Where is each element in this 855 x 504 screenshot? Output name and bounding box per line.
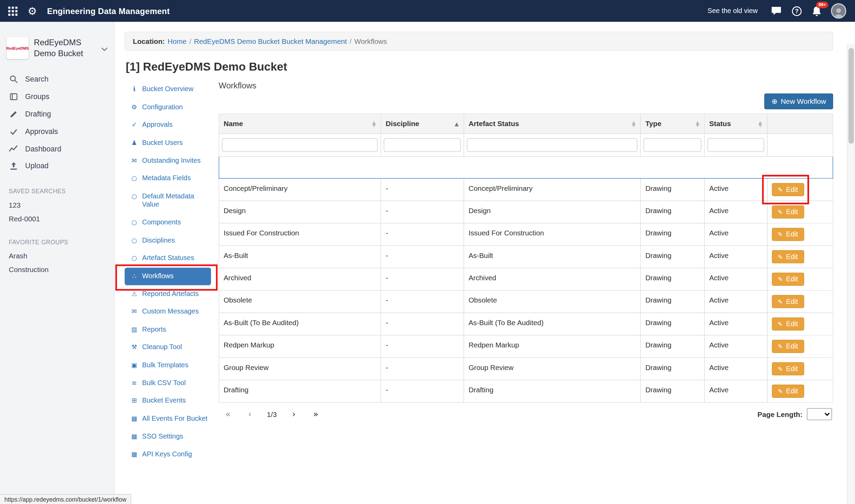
edit-button[interactable]: ✎Edit: [772, 183, 804, 196]
saved-search-red-0001[interactable]: Red-0001: [0, 212, 114, 225]
notifications-bell-icon[interactable]: 99+: [811, 5, 823, 17]
sidebar-item-upload[interactable]: Upload: [0, 157, 114, 174]
edit-button[interactable]: ✎Edit: [772, 317, 804, 330]
edit-button[interactable]: ✎Edit: [772, 206, 804, 219]
sidebar-item-label: Drafting: [25, 110, 51, 118]
help-icon[interactable]: ?: [791, 5, 803, 17]
sidebar-item-approvals[interactable]: Approvals: [0, 123, 114, 140]
edit-label: Edit: [786, 186, 798, 193]
filter-input-artefact-status[interactable]: [467, 138, 638, 152]
column-header-type[interactable]: Type▲▼: [641, 114, 705, 133]
user-avatar[interactable]: [831, 3, 846, 19]
cell-actions: ✎Edit: [767, 179, 833, 201]
bucket-nav-item-components[interactable]: ○Components: [125, 214, 211, 231]
bucket-nav-item-configuration[interactable]: ⚙Configuration: [125, 99, 211, 116]
cell-name: Concept/Preliminary: [219, 179, 381, 201]
bucket-nav-item-custom-messages[interactable]: ✉Custom Messages: [125, 303, 211, 320]
sidebar-item-drafting[interactable]: Drafting: [0, 105, 114, 123]
favorite-group-construction[interactable]: Construction: [0, 262, 114, 276]
vertical-scrollbar[interactable]: [847, 44, 855, 504]
svg-text:?: ?: [795, 8, 798, 14]
bucket-nav-item-metadata-fields[interactable]: ○Metadata Fields: [125, 170, 211, 187]
bucket-nav-item-approvals[interactable]: ✓Approvals: [125, 116, 211, 134]
pagination-prev-button[interactable]: ‹: [246, 409, 254, 420]
column-header-name[interactable]: Name▲▼: [219, 114, 381, 133]
bucket-nav-label: Default Metadata Value: [142, 192, 208, 209]
scrollbar-thumb[interactable]: [848, 48, 854, 144]
bucket-nav-item-bulk-templates[interactable]: ▣Bulk Templates: [125, 357, 211, 374]
bucket-nav-item-bucket-events[interactable]: ⊞Bucket Events: [125, 392, 211, 409]
cell-artefact-status: As-Built: [464, 246, 641, 268]
table-grid-icon: ▦: [130, 415, 139, 423]
cell-artefact-status: Archived: [464, 268, 641, 290]
bucket-nav-item-cleanup-tool[interactable]: ⚒Cleanup Tool: [125, 339, 211, 356]
bucket-nav-item-reported-artefacts[interactable]: ⚠Reported Artefacts: [125, 285, 211, 303]
see-old-view-link[interactable]: See the old view: [708, 7, 758, 15]
bucket-nav-item-workflows[interactable]: ∴Workflows: [125, 268, 211, 285]
sidebar-item-groups[interactable]: Groups: [0, 88, 114, 105]
cell-actions: ✎Edit: [767, 335, 833, 357]
edit-button[interactable]: ✎Edit: [772, 385, 804, 398]
column-header-status[interactable]: Status▲▼: [705, 114, 767, 133]
new-workflow-button[interactable]: ⊕ New Workflow: [764, 94, 833, 109]
column-label: Status: [709, 120, 731, 128]
main-content: Location:Home/RedEyeDMS Demo Bucket Buck…: [115, 22, 855, 504]
sidebar-item-label: Upload: [25, 162, 48, 170]
settings-gear-icon[interactable]: ⚙: [26, 5, 38, 17]
bucket-nav-item-bucket-users[interactable]: ♟Bucket Users: [125, 134, 211, 151]
edit-button[interactable]: ✎Edit: [772, 362, 804, 375]
bucket-nav-item-outstanding-invites[interactable]: ✉Outstanding Invites: [125, 152, 211, 169]
chat-icon[interactable]: [770, 5, 782, 17]
pagination-last-button[interactable]: »: [311, 409, 321, 420]
column-header-artefact-status[interactable]: Artefact Status▲▼: [464, 114, 641, 133]
edit-label: Edit: [786, 320, 798, 328]
bucket-nav-item-disciplines[interactable]: ○Disciplines: [125, 232, 211, 249]
calendar-icon: ⊞: [130, 397, 139, 405]
filter-input-type[interactable]: [644, 138, 702, 152]
filter-input-status[interactable]: [708, 138, 764, 152]
bucket-nav-item-bulk-csv-tool[interactable]: ≡Bulk CSV Tool: [125, 374, 211, 392]
bucket-nav-item-default-metadata-value[interactable]: ○Default Metadata Value: [125, 188, 211, 213]
workflows-panel: Workflows ⊕ New Workflow Name▲▼Disciplin…: [219, 81, 833, 428]
edit-button[interactable]: ✎Edit: [772, 228, 804, 241]
edit-button[interactable]: ✎Edit: [772, 295, 804, 308]
table-filter-row: [219, 134, 833, 157]
filter-input-name[interactable]: [222, 138, 378, 152]
bucket-nav-item-sso-settings[interactable]: ▦SSO Settings: [125, 428, 211, 445]
sidebar-item-dashboard[interactable]: Dashboard: [0, 140, 114, 157]
breadcrumb-link-home[interactable]: Home: [168, 37, 186, 45]
cell-name: Archived: [219, 268, 381, 290]
sidebar-item-label: Dashboard: [25, 145, 61, 153]
pagination-first-button[interactable]: «: [223, 409, 233, 420]
filter-input-discipline[interactable]: [384, 138, 461, 152]
upload-icon: [9, 161, 18, 170]
saved-search-123[interactable]: 123: [0, 198, 114, 212]
edit-pencil-icon: ✎: [778, 254, 783, 260]
bucket-nav-item-artefact-statuses[interactable]: ○Artefact Statuses: [125, 250, 211, 267]
cell-status: Active: [705, 179, 767, 201]
column-header-discipline[interactable]: Discipline▲: [381, 114, 464, 133]
edit-button[interactable]: ✎Edit: [772, 273, 804, 286]
bucket-nav-label: Artefact Statuses: [142, 254, 194, 263]
discipline-group-label: Discipline: -: [219, 157, 833, 179]
table-row-as-built: As-Built-As-BuiltDrawingActive✎Edit: [219, 246, 833, 268]
table-row-as-built-to-be-audited: As-Built (To Be Audited)-As-Built (To Be…: [219, 313, 833, 335]
page-length: Page Length:: [758, 408, 832, 420]
bucket-nav-item-api-keys-config[interactable]: ▦API Keys Config: [125, 446, 211, 463]
bucket-nav-item-reports[interactable]: ▥Reports: [125, 321, 211, 338]
bucket-nav-item-bucket-overview[interactable]: ℹBucket Overview: [125, 81, 211, 98]
favorite-group-arash[interactable]: Arash: [0, 249, 114, 262]
app-grid-icon[interactable]: [7, 5, 19, 17]
page-length-select[interactable]: [807, 408, 832, 420]
app-body: RedEyeDMS RedEyeDMS Demo Bucket Search: [0, 22, 855, 504]
sidebar-item-search[interactable]: Search: [0, 70, 114, 88]
pagination-next-button[interactable]: ›: [290, 409, 298, 420]
bucket-selector[interactable]: RedEyeDMS RedEyeDMS Demo Bucket: [0, 35, 114, 67]
cell-status: Active: [705, 223, 767, 245]
breadcrumb-link-redeyedms-demo-bucket-bucket-management[interactable]: RedEyeDMS Demo Bucket Bucket Management: [194, 37, 347, 45]
bucket-nav-item-all-events-for-bucket[interactable]: ▦All Events For Bucket: [125, 410, 211, 427]
cell-name: Issued For Construction: [219, 223, 381, 245]
edit-button[interactable]: ✎Edit: [772, 250, 804, 263]
edit-label: Edit: [786, 231, 798, 238]
edit-button[interactable]: ✎Edit: [772, 340, 804, 353]
